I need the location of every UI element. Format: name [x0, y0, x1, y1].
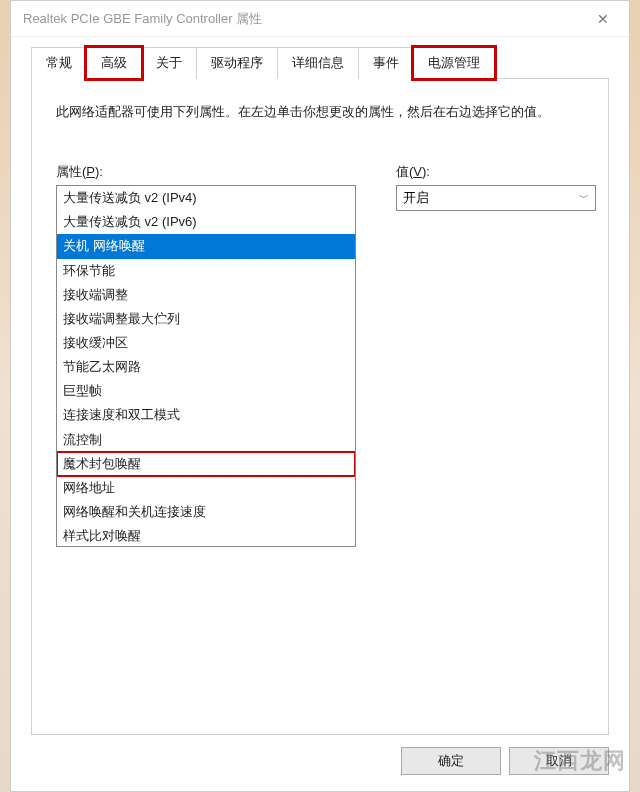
advanced-tab-panel: 此网络适配器可使用下列属性。在左边单击你想更改的属性，然后在右边选择它的值。 属… — [31, 78, 609, 735]
property-item[interactable]: 环保节能 — [57, 259, 355, 283]
tab-6[interactable]: 电源管理 — [413, 47, 495, 79]
property-item[interactable]: 节能乙太网路 — [57, 355, 355, 379]
tab-0[interactable]: 常规 — [31, 47, 87, 79]
value-label: 值(V): — [396, 163, 596, 181]
property-item[interactable]: 网络唤醒和关机连接速度 — [57, 500, 355, 524]
property-listbox[interactable]: 大量传送减负 v2 (IPv4)大量传送减负 v2 (IPv6)关机 网络唤醒环… — [56, 185, 356, 547]
property-item[interactable]: 接收端调整最大伫列 — [57, 307, 355, 331]
value-column: 值(V): 开启 ﹀ — [396, 163, 596, 547]
titlebar: Realtek PCIe GBE Family Controller 属性 ✕ — [11, 1, 629, 37]
tab-4[interactable]: 详细信息 — [277, 47, 359, 79]
tab-strip: 常规高级关于驱动程序详细信息事件电源管理 — [31, 47, 609, 79]
property-item[interactable]: 接收端调整 — [57, 283, 355, 307]
property-item[interactable]: 网络地址 — [57, 476, 355, 500]
close-button[interactable]: ✕ — [581, 3, 625, 35]
chevron-down-icon: ﹀ — [579, 191, 589, 205]
value-dropdown[interactable]: 开启 ﹀ — [396, 185, 596, 211]
property-item[interactable]: 魔术封包唤醒 — [57, 452, 355, 476]
dropdown-selected-text: 开启 — [403, 189, 579, 207]
property-item[interactable]: 连接速度和双工模式 — [57, 403, 355, 427]
close-icon: ✕ — [597, 11, 609, 27]
tab-1[interactable]: 高级 — [86, 47, 142, 79]
property-item[interactable]: 样式比对唤醒 — [57, 524, 355, 547]
tab-2[interactable]: 关于 — [141, 47, 197, 79]
ok-button[interactable]: 确定 — [401, 747, 501, 775]
cancel-button[interactable]: 取消 — [509, 747, 609, 775]
dialog-button-row: 确定 取消 — [11, 735, 629, 791]
properties-dialog: Realtek PCIe GBE Family Controller 属性 ✕ … — [10, 0, 630, 792]
property-item[interactable]: 流控制 — [57, 428, 355, 452]
property-item[interactable]: 接收缓冲区 — [57, 331, 355, 355]
property-item[interactable]: 关机 网络唤醒 — [57, 234, 355, 258]
tab-3[interactable]: 驱动程序 — [196, 47, 278, 79]
property-item[interactable]: 大量传送减负 v2 (IPv6) — [57, 210, 355, 234]
window-title: Realtek PCIe GBE Family Controller 属性 — [23, 10, 581, 28]
dialog-content: 常规高级关于驱动程序详细信息事件电源管理 此网络适配器可使用下列属性。在左边单击… — [11, 37, 629, 735]
property-column: 属性(P): 大量传送减负 v2 (IPv4)大量传送减负 v2 (IPv6)关… — [56, 163, 356, 547]
property-label: 属性(P): — [56, 163, 356, 181]
property-item[interactable]: 巨型帧 — [57, 379, 355, 403]
form-row: 属性(P): 大量传送减负 v2 (IPv4)大量传送减负 v2 (IPv6)关… — [56, 163, 584, 547]
panel-description: 此网络适配器可使用下列属性。在左边单击你想更改的属性，然后在右边选择它的值。 — [56, 101, 584, 123]
tab-5[interactable]: 事件 — [358, 47, 414, 79]
property-item[interactable]: 大量传送减负 v2 (IPv4) — [57, 186, 355, 210]
